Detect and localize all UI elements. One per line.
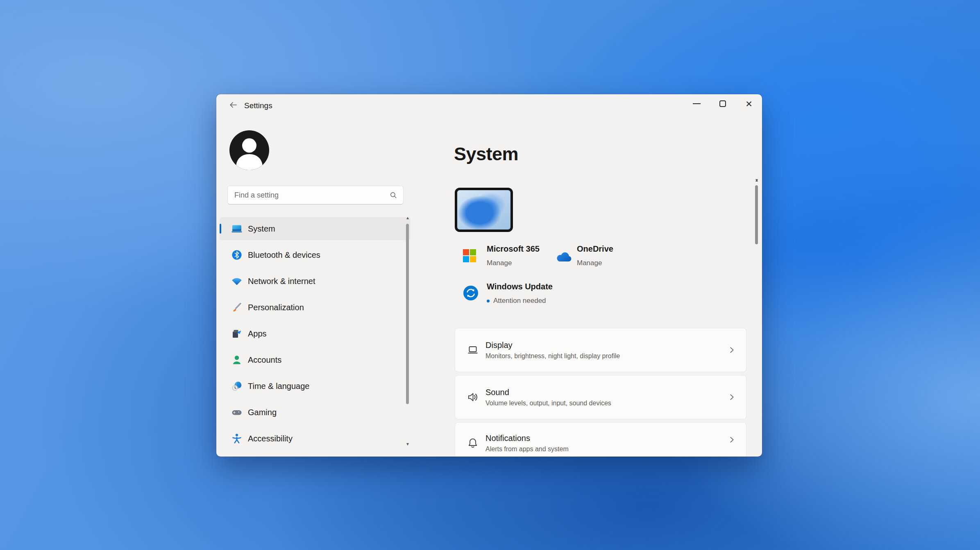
sidebar-item-label: Gaming	[248, 408, 277, 417]
quick-link-subtitle: Manage	[577, 259, 602, 267]
sidebar-scrollbar: ▲ ▼	[405, 216, 411, 447]
sidebar-item-network-internet[interactable]: Network & internet	[220, 270, 411, 293]
sidebar-item-label: System	[248, 224, 275, 234]
settings-card-display[interactable]: Display Monitors, brightness, night ligh…	[455, 328, 746, 372]
windows-update-icon	[463, 285, 479, 302]
sidebar-item-accounts[interactable]: Accounts	[220, 348, 411, 371]
network-wifi-icon	[231, 275, 243, 287]
main-scrollbar: ▲ ▼	[754, 178, 760, 451]
settings-window: Settings ✕	[216, 94, 762, 457]
back-button[interactable]	[226, 99, 240, 113]
settings-card-sound[interactable]: Sound Volume levels, output, input, soun…	[455, 375, 746, 419]
close-button[interactable]: ✕	[736, 94, 762, 113]
sidebar-item-label: Personalization	[248, 303, 304, 312]
attention-status-dot	[487, 300, 490, 302]
close-icon: ✕	[745, 100, 753, 108]
sidebar-item-time-language[interactable]: Time & language	[220, 375, 411, 398]
sidebar-item-gaming[interactable]: Gaming	[220, 401, 411, 424]
sidebar-item-apps[interactable]: Apps	[220, 322, 411, 345]
speaker-icon	[467, 391, 479, 403]
quick-link-title: OneDrive	[577, 244, 637, 254]
window-title: Settings	[244, 101, 272, 110]
search-box	[227, 186, 404, 205]
bell-icon	[467, 437, 479, 449]
apps-icon	[231, 328, 243, 339]
desktop-wallpaper: Settings ✕	[0, 0, 980, 550]
sidebar-item-label: Apps	[248, 329, 267, 339]
sidebar-item-label: Bluetooth & devices	[248, 250, 320, 260]
maximize-button[interactable]	[710, 94, 736, 113]
quick-link-microsoft-365[interactable]: Microsoft 365 Manage	[463, 244, 549, 270]
sidebar-item-system[interactable]: System	[220, 217, 411, 240]
sidebar-item-accessibility[interactable]: Accessibility	[220, 427, 411, 450]
accessibility-icon	[231, 433, 243, 444]
main-scrollbar-thumb[interactable]	[755, 185, 758, 244]
sidebar: System Bluetooth & devices	[216, 117, 414, 457]
card-title: Notifications	[485, 434, 569, 443]
gaming-controller-icon	[231, 407, 243, 418]
search-icon	[390, 191, 397, 199]
accounts-person-icon	[231, 354, 243, 366]
time-language-icon	[231, 380, 243, 392]
card-title: Display	[485, 341, 620, 350]
maximize-icon	[719, 100, 726, 107]
sidebar-item-label: Time & language	[248, 382, 309, 391]
card-subtitle: Volume levels, output, input, sound devi…	[485, 400, 611, 407]
chevron-right-icon	[727, 345, 736, 355]
onedrive-cloud-icon	[555, 252, 572, 265]
back-arrow-icon	[229, 100, 238, 111]
caption-buttons: ✕	[683, 94, 762, 113]
quick-link-subtitle: Attention needed	[493, 297, 546, 305]
selected-accent-bar	[220, 224, 221, 234]
chevron-right-icon	[727, 435, 736, 444]
sidebar-nav: System Bluetooth & devices	[220, 217, 411, 453]
quick-link-title: Microsoft 365	[487, 244, 549, 254]
quick-link-title: Windows Update	[487, 282, 586, 291]
microsoft-365-icon	[463, 249, 476, 264]
display-icon	[467, 344, 479, 356]
card-title: Sound	[485, 388, 611, 397]
device-wallpaper-thumbnail	[455, 188, 513, 232]
card-subtitle: Monitors, brightness, night light, displ…	[485, 352, 620, 360]
titlebar: Settings ✕	[216, 94, 762, 117]
main-content: System Microsoft 365 Manage	[414, 117, 762, 457]
quick-link-subtitle: Manage	[487, 259, 512, 267]
sidebar-scrollbar-thumb[interactable]	[406, 224, 409, 404]
personalization-brush-icon	[231, 302, 243, 313]
sidebar-item-bluetooth-devices[interactable]: Bluetooth & devices	[220, 243, 411, 266]
chevron-right-icon	[727, 393, 736, 402]
scroll-up-icon[interactable]: ▲	[405, 216, 411, 220]
sidebar-item-label: Accounts	[248, 355, 281, 365]
scroll-down-icon[interactable]: ▼	[754, 178, 760, 183]
page-title: System	[454, 143, 518, 165]
search-input[interactable]	[228, 191, 390, 200]
bluetooth-icon	[231, 249, 243, 261]
quick-link-windows-update[interactable]: Windows Update Attention needed	[463, 282, 586, 309]
quick-link-onedrive[interactable]: OneDrive Manage	[555, 244, 637, 270]
scroll-down-icon[interactable]: ▼	[405, 442, 411, 447]
sidebar-item-label: Accessibility	[248, 434, 293, 443]
system-laptop-icon	[231, 223, 243, 234]
settings-card-notifications[interactable]: Notifications Alerts from apps and syste…	[455, 422, 746, 457]
sidebar-item-label: Network & internet	[248, 277, 315, 286]
card-subtitle: Alerts from apps and system	[485, 445, 569, 453]
minimize-button[interactable]	[683, 94, 710, 113]
sidebar-item-personalization[interactable]: Personalization	[220, 296, 411, 319]
minimize-icon	[693, 103, 701, 104]
user-avatar-icon	[229, 130, 269, 170]
